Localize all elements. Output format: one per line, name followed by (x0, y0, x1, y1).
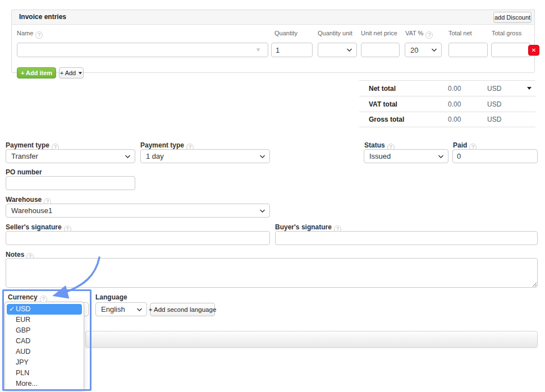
currency-value: USD (487, 100, 501, 108)
total-net-input[interactable] (448, 43, 488, 57)
add-discount-button[interactable]: add Discount (493, 12, 532, 23)
currency-option-aud[interactable]: AUD (5, 347, 84, 357)
collapsed-section-bar[interactable] (85, 331, 538, 348)
payment-term-select[interactable]: 1 day (140, 149, 270, 163)
po-number-input[interactable] (6, 176, 135, 190)
currency-option-usd[interactable]: ✓USD (7, 304, 82, 315)
column-vat: VAT %? (405, 30, 433, 39)
chevron-down-icon (347, 47, 352, 52)
totals-table: Net total 0.00 USD VAT total 0.00 USD Gr… (359, 80, 535, 127)
buyer-signature-input[interactable] (275, 231, 538, 245)
language-select[interactable]: English (95, 302, 147, 316)
help-icon[interactable]: ? (425, 31, 433, 39)
currency-option-cad[interactable]: CAD (5, 336, 84, 347)
currency-dropdown-icon[interactable] (527, 87, 532, 90)
total-gross-input[interactable] (491, 43, 530, 57)
chevron-down-icon (432, 47, 437, 52)
unit-net-price-input[interactable] (361, 43, 400, 57)
currency-option-more[interactable]: More... (5, 379, 84, 389)
currency-value: USD (487, 85, 501, 93)
help-icon[interactable]: ? (40, 296, 47, 303)
chevron-down-icon (260, 207, 265, 213)
seller-signature-input[interactable] (6, 231, 270, 245)
currency-option-eur[interactable]: EUR (5, 315, 84, 325)
invoice-form-page: Invoice entries add Discount Name? Quant… (0, 0, 545, 392)
notes-textarea[interactable] (6, 258, 538, 288)
payment-type-select[interactable]: Transfer (6, 149, 135, 163)
vat-total-row: VAT total 0.00 USD (359, 96, 535, 112)
quantity-unit-select[interactable] (318, 43, 357, 57)
close-icon: ✕ (532, 47, 536, 53)
column-name: Name? (17, 30, 43, 39)
paid-input[interactable] (452, 149, 538, 163)
currency-label: Currency? (8, 293, 47, 303)
quantity-input[interactable] (271, 43, 313, 57)
column-total-gross: Total gross (492, 30, 521, 36)
check-icon: ✓ (9, 304, 15, 315)
column-quantity: Quantity (274, 30, 297, 36)
combobox-dropdown-icon[interactable]: ▼ (255, 47, 261, 53)
column-unit-net-price: Unit net price (361, 30, 397, 36)
language-label: Language (95, 293, 127, 301)
currency-option-gbp[interactable]: GBP (5, 325, 84, 336)
chevron-down-icon (125, 153, 131, 158)
item-name-combobox[interactable]: ▼ (17, 43, 268, 57)
help-icon[interactable]: ? (35, 31, 43, 39)
currency-option-jpy[interactable]: JPY (5, 357, 84, 368)
add-dropdown-button[interactable]: + Add (59, 67, 84, 79)
vat-select[interactable]: 20 (405, 43, 442, 57)
status-select[interactable]: Issued (364, 149, 448, 163)
chevron-down-icon (260, 153, 265, 158)
column-total-net: Total net (448, 30, 472, 36)
currency-dropdown-menu: ✓USD EUR GBP CAD AUD JPY PLN More... (4, 302, 84, 391)
add-item-button[interactable]: + Add item (17, 67, 56, 79)
chevron-down-icon (137, 306, 143, 311)
delete-row-button[interactable]: ✕ (528, 45, 539, 56)
panel-title: Invoice entries (19, 13, 66, 21)
add-second-language-button[interactable]: + Add second language (150, 303, 215, 316)
net-total-row: Net total 0.00 USD (359, 80, 535, 96)
invoice-entries-header (11, 10, 535, 25)
currency-option-pln[interactable]: PLN (5, 368, 84, 379)
currency-value: USD (487, 116, 501, 123)
gross-total-row: Gross total 0.00 USD (359, 112, 535, 127)
column-quantity-unit: Quantity unit (318, 30, 352, 36)
chevron-down-icon (438, 153, 444, 158)
caret-down-icon (79, 72, 82, 74)
po-number-label: PO number (6, 168, 42, 176)
warehouse-select[interactable]: Warehouse1 (6, 204, 270, 218)
